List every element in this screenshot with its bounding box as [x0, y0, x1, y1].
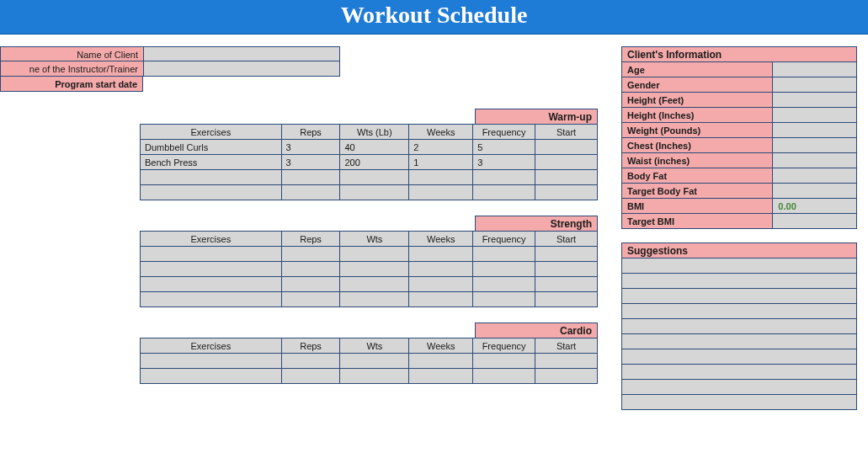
- cell-freq[interactable]: [473, 185, 535, 200]
- cell-weeks[interactable]: [409, 170, 473, 185]
- cell-start[interactable]: [535, 262, 598, 277]
- suggestion-row: [622, 319, 857, 334]
- cell-freq[interactable]: [473, 277, 535, 292]
- cell-reps[interactable]: 3: [281, 155, 340, 170]
- cell-reps[interactable]: [281, 247, 340, 262]
- cell-freq[interactable]: [473, 247, 535, 262]
- cell-weeks[interactable]: [409, 292, 473, 307]
- info-value[interactable]: [773, 62, 857, 77]
- cell-reps[interactable]: [281, 292, 340, 307]
- cell-wts[interactable]: [340, 292, 409, 307]
- info-value[interactable]: 0.00: [773, 199, 857, 214]
- cell-weeks[interactable]: [409, 185, 473, 200]
- info-row: BMI0.00: [622, 199, 857, 214]
- cell-reps[interactable]: [281, 185, 340, 200]
- section-title: Cardio: [475, 322, 598, 338]
- cell-start[interactable]: [535, 140, 598, 155]
- cell-start[interactable]: [535, 170, 598, 185]
- cell-ex[interactable]: [141, 277, 282, 292]
- suggestion-cell[interactable]: [622, 334, 857, 349]
- cell-ex[interactable]: Dumbbell Curls: [141, 140, 282, 155]
- info-value[interactable]: [773, 77, 857, 93]
- cell-ex[interactable]: [141, 292, 282, 307]
- suggestion-cell[interactable]: [622, 395, 857, 410]
- cell-freq[interactable]: 3: [473, 155, 535, 170]
- cell-wts[interactable]: [340, 277, 409, 292]
- cell-reps[interactable]: [281, 262, 340, 277]
- info-label: Height (Inches): [622, 108, 773, 123]
- cell-weeks[interactable]: 1: [409, 155, 473, 170]
- info-value[interactable]: [773, 108, 857, 123]
- cell-freq[interactable]: [473, 292, 535, 307]
- cell-ex[interactable]: [141, 247, 282, 262]
- info-row: Body Fat: [622, 168, 857, 184]
- suggestion-cell[interactable]: [622, 274, 857, 289]
- cell-start[interactable]: [535, 155, 598, 170]
- cell-start[interactable]: [535, 277, 598, 292]
- client-name-label: Name of Client: [0, 46, 143, 61]
- cell-ex[interactable]: [141, 170, 282, 185]
- cell-weeks[interactable]: [409, 354, 473, 369]
- cell-wts[interactable]: [340, 185, 409, 200]
- cell-weeks[interactable]: 2: [409, 140, 473, 155]
- suggestion-cell[interactable]: [622, 365, 857, 380]
- cell-reps[interactable]: [281, 277, 340, 292]
- column-header: Reps: [281, 125, 340, 140]
- info-value[interactable]: [773, 184, 857, 199]
- suggestion-cell[interactable]: [622, 258, 857, 274]
- info-value[interactable]: [773, 168, 857, 184]
- cell-ex[interactable]: [141, 354, 282, 369]
- cell-wts[interactable]: 200: [340, 155, 409, 170]
- cell-ex[interactable]: [141, 185, 282, 200]
- cell-wts[interactable]: [340, 354, 409, 369]
- cell-freq[interactable]: [473, 369, 535, 384]
- info-row: Target BMI: [622, 214, 857, 229]
- cell-freq[interactable]: [473, 354, 535, 369]
- cell-wts[interactable]: [340, 170, 409, 185]
- cell-freq[interactable]: [473, 170, 535, 185]
- suggestion-cell[interactable]: [622, 380, 857, 395]
- suggestion-cell[interactable]: [622, 319, 857, 334]
- cell-reps[interactable]: 3: [281, 140, 340, 155]
- suggestion-cell[interactable]: [622, 289, 857, 304]
- cell-weeks[interactable]: [409, 247, 473, 262]
- cell-start[interactable]: [535, 354, 598, 369]
- cell-reps[interactable]: [281, 170, 340, 185]
- info-row: Weight (Pounds): [622, 123, 857, 138]
- cell-reps[interactable]: [281, 354, 340, 369]
- cell-freq[interactable]: [473, 262, 535, 277]
- suggestion-cell[interactable]: [622, 304, 857, 319]
- cell-weeks[interactable]: [409, 369, 473, 384]
- cell-wts[interactable]: [340, 247, 409, 262]
- suggestion-row: [622, 258, 857, 274]
- trainer-name-cell[interactable]: [143, 61, 340, 77]
- info-row: Height (Inches): [622, 108, 857, 123]
- info-value[interactable]: [773, 123, 857, 138]
- column-header: Weeks: [409, 338, 473, 354]
- cell-start[interactable]: [535, 185, 598, 200]
- suggestion-cell[interactable]: [622, 349, 857, 365]
- cell-start[interactable]: [535, 247, 598, 262]
- cell-wts[interactable]: 40: [340, 140, 409, 155]
- client-name-cell[interactable]: [143, 46, 340, 61]
- suggestion-row: [622, 304, 857, 319]
- cell-freq[interactable]: 5: [473, 140, 535, 155]
- cell-weeks[interactable]: [409, 277, 473, 292]
- cell-start[interactable]: [535, 369, 598, 384]
- cell-start[interactable]: [535, 292, 598, 307]
- cell-ex[interactable]: [141, 369, 282, 384]
- suggestion-row: [622, 365, 857, 380]
- cell-reps[interactable]: [281, 369, 340, 384]
- info-value[interactable]: [773, 138, 857, 153]
- info-value[interactable]: [773, 214, 857, 229]
- info-value[interactable]: [773, 93, 857, 108]
- info-value[interactable]: [773, 153, 857, 168]
- client-info-header: Client's Information: [622, 47, 857, 62]
- cell-ex[interactable]: Bench Press: [141, 155, 282, 170]
- cell-weeks[interactable]: [409, 262, 473, 277]
- suggestion-row: [622, 274, 857, 289]
- info-row: Target Body Fat: [622, 184, 857, 199]
- cell-wts[interactable]: [340, 369, 409, 384]
- cell-wts[interactable]: [340, 262, 409, 277]
- cell-ex[interactable]: [141, 262, 282, 277]
